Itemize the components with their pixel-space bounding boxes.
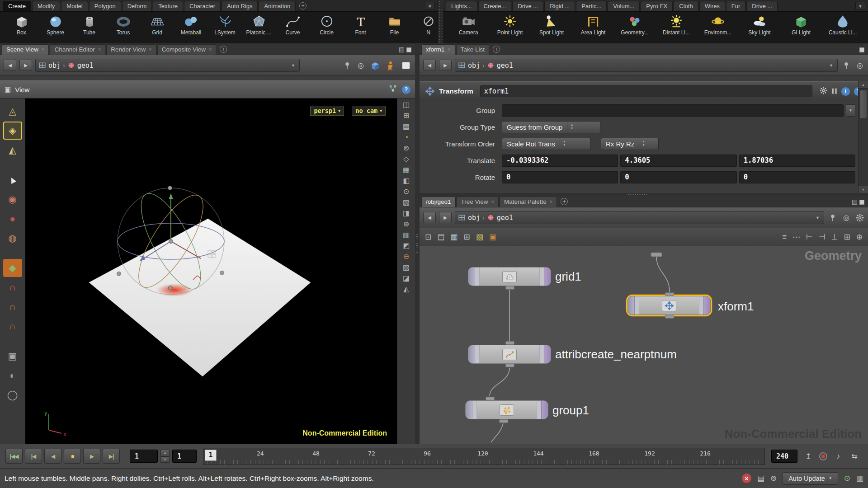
view-tool-icon[interactable]: ◬	[3, 102, 22, 120]
sky-light-shelf-tool[interactable]: Sky Light	[739, 13, 780, 43]
shelf-menu-icon[interactable]: ▼	[855, 2, 865, 10]
follow-selection-icon[interactable]: ◎	[356, 61, 365, 70]
network-node-attribcreate_nearptnum[interactable]	[468, 345, 551, 364]
path-dropdown-icon[interactable]: ▼	[814, 216, 821, 220]
path-node-label[interactable]: geo1	[497, 214, 513, 222]
snap-magnet-icon-1[interactable]: ∩	[3, 278, 22, 296]
character-picker-icon[interactable]	[385, 60, 396, 71]
pane-divider-vertical[interactable]	[415, 43, 420, 444]
viewport-bar-icon[interactable]: ▧	[403, 199, 410, 206]
path-forward-button[interactable]: ▶	[439, 60, 452, 71]
shelf-tab-create[interactable]: Create	[3, 1, 31, 11]
memory-usage-icon[interactable]: ▥	[856, 474, 863, 483]
new-pane-tab-button[interactable]: +	[220, 46, 227, 53]
node-input-connector[interactable]	[486, 397, 495, 400]
shelf-tab-animation[interactable]: Animation	[259, 1, 296, 11]
node-template-flag[interactable]	[635, 296, 639, 314]
network-node-xform1[interactable]	[627, 296, 711, 315]
viewport-bar-icon[interactable]: ◭	[403, 286, 409, 293]
hscript-icon[interactable]: H	[832, 87, 837, 95]
viewport-bar-icon[interactable]: ⊙	[403, 188, 409, 195]
torus-shelf-tool[interactable]: Torus	[106, 13, 140, 43]
network-node-group1[interactable]	[465, 400, 548, 419]
scene-path-combobox[interactable]: obj › geo1 ▼	[35, 59, 300, 72]
thumbnail-view-icon[interactable]: ▦	[450, 233, 458, 241]
pane-tab-material-palette[interactable]: Material Palette×	[500, 197, 557, 207]
close-tab-icon[interactable]: ×	[149, 47, 151, 52]
caustic-li-shelf-tool[interactable]: Caustic Li...	[822, 13, 863, 43]
environm-shelf-tool[interactable]: Environm...	[697, 13, 739, 43]
jump-to-start-button[interactable]: |◀◀	[5, 449, 23, 464]
viewport-bar-icon[interactable]: ◇	[403, 155, 409, 163]
translate-x-field[interactable]: -0.0393362	[502, 155, 618, 167]
path-back-button[interactable]: ◀	[423, 60, 436, 71]
node-output-connector[interactable]	[665, 315, 674, 319]
toolbox-icon[interactable]: ▣	[489, 233, 496, 241]
viewport-bar-icon[interactable]: ◪	[403, 275, 410, 282]
record-icon[interactable]	[819, 452, 827, 460]
viewport-bar-icon[interactable]: ▦	[403, 166, 410, 174]
lsystem-shelf-tool[interactable]: LSystem	[208, 13, 242, 43]
play-reverse-button[interactable]: ◀	[44, 449, 61, 464]
badges-icon[interactable]: ⊞	[463, 233, 470, 241]
message-log-icon[interactable]: ▤	[757, 474, 764, 483]
stop-button[interactable]: ■	[64, 449, 81, 464]
shelf-tab-rigid[interactable]: Rigid ...	[544, 1, 575, 11]
node-select-flag[interactable]	[468, 267, 475, 286]
scrollbar-thumb[interactable]	[860, 90, 867, 119]
pane-tab-channel-editor[interactable]: Channel Editor×	[50, 44, 105, 55]
network-node-grid1[interactable]	[468, 267, 551, 286]
step-up-icon[interactable]: ▲	[160, 450, 170, 456]
keyframe-options-icon[interactable]: ↥	[803, 451, 814, 462]
viewport-bar-icon[interactable]: ◧	[403, 177, 410, 184]
snap-magnet-icon-3[interactable]: ∩	[3, 317, 22, 335]
close-tab-icon[interactable]: ×	[550, 199, 552, 204]
metaball-shelf-tool[interactable]: Metaball	[174, 13, 208, 43]
play-forward-button[interactable]: ▶	[83, 449, 100, 464]
cook-status-icon[interactable]: ⊙	[844, 474, 850, 483]
follow-selection-icon[interactable]: ◎	[842, 213, 851, 222]
viewport-bar-icon[interactable]: ◩	[403, 242, 410, 249]
pane-tab-render-view[interactable]: Render View×	[106, 44, 156, 55]
path-node-label[interactable]: geo1	[497, 61, 513, 70]
scene-objects-icon[interactable]	[370, 60, 381, 71]
close-tab-icon[interactable]: ×	[98, 47, 101, 52]
distribute-icon[interactable]: ⋯	[793, 233, 800, 241]
node-output-connector[interactable]	[505, 286, 514, 290]
shelf-tab-fur[interactable]: Fur	[726, 1, 746, 11]
path-root-label[interactable]: obj	[48, 61, 61, 70]
node-output-connector[interactable]	[499, 419, 508, 423]
node-template-flag[interactable]	[475, 345, 480, 363]
divider-grip[interactable]	[627, 193, 648, 195]
rotate-x-field[interactable]: 0	[502, 171, 618, 183]
node-select-flag[interactable]	[468, 345, 475, 363]
playback-options-icon[interactable]: ⇆	[849, 451, 860, 462]
pin-icon[interactable]	[828, 213, 837, 222]
scroll-down-icon[interactable]: ▼	[859, 186, 868, 193]
gear-icon[interactable]	[855, 213, 864, 222]
file-shelf-tool[interactable]: File	[377, 13, 411, 43]
gear-menu-icon[interactable]	[819, 86, 828, 97]
node-name-field[interactable]: xform1	[480, 85, 812, 97]
list-view-icon[interactable]: ▤	[437, 233, 444, 241]
shapes-tool-icon[interactable]: ▣	[3, 347, 22, 365]
close-tab-icon[interactable]: ×	[42, 47, 44, 52]
path-dropdown-icon[interactable]: ▼	[828, 63, 835, 68]
path-root-label[interactable]: obj	[468, 214, 480, 222]
follow-selection-icon[interactable]: ◎	[855, 61, 864, 70]
network-activity-icon[interactable]: ⊚	[770, 474, 777, 483]
node-display-flag[interactable]	[544, 345, 551, 363]
pane-maximize-icon[interactable]	[859, 47, 864, 52]
notes-icon[interactable]: ▧	[476, 233, 483, 241]
organize-icon[interactable]: ≡	[782, 233, 787, 241]
node-select-flag[interactable]	[466, 401, 472, 419]
node-display-flag[interactable]	[541, 401, 548, 419]
translate-z-field[interactable]: 1.87036	[739, 155, 855, 167]
node-bypass-flag[interactable]	[537, 401, 541, 419]
shelf-tab-partic[interactable]: Partic...	[576, 1, 607, 11]
curve-shelf-tool[interactable]: Curve	[276, 13, 310, 43]
pin-icon[interactable]	[842, 61, 851, 70]
step-down-icon[interactable]: ▼	[160, 456, 170, 463]
viewport-bar-icon[interactable]: ▨	[403, 264, 410, 271]
shelf-tab-create[interactable]: Create...	[478, 1, 512, 11]
